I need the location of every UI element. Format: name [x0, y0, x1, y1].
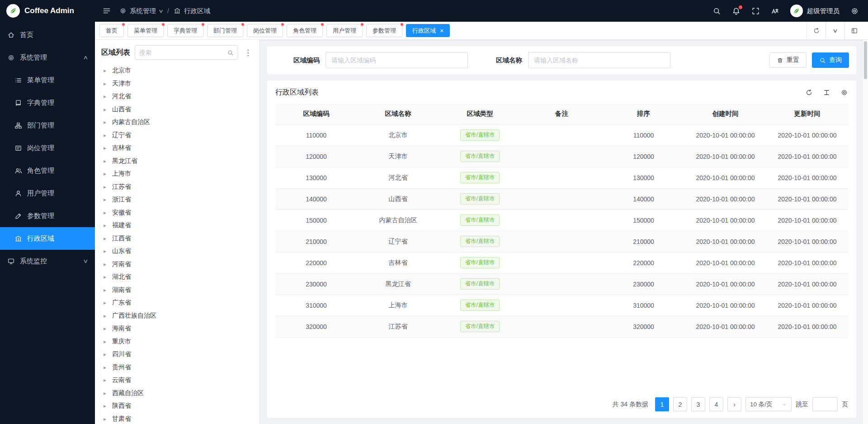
- tab[interactable]: 用户管理: [326, 24, 363, 37]
- refresh-tab-button[interactable]: [807, 22, 826, 39]
- expand-arrow-icon[interactable]: ▸: [104, 338, 108, 345]
- brand[interactable]: Coffee Admin: [0, 0, 95, 22]
- tree-item[interactable]: ▸ 西藏自治区: [101, 387, 253, 400]
- expand-arrow-icon[interactable]: ▸: [104, 300, 108, 306]
- jump-page-input[interactable]: [812, 397, 838, 411]
- sidebar-item[interactable]: 系统监控 ∨: [0, 250, 95, 272]
- tree-item[interactable]: ▸ 四川省: [101, 348, 253, 361]
- refresh-icon[interactable]: [805, 89, 813, 96]
- search-icon[interactable]: [227, 49, 234, 56]
- expand-arrow-icon[interactable]: ▸: [104, 274, 108, 280]
- layout-toggle-button[interactable]: [844, 22, 863, 39]
- sidebar-item[interactable]: 部门管理: [0, 114, 95, 137]
- scrollbar-thumb[interactable]: [864, 41, 867, 79]
- expand-arrow-icon[interactable]: ▸: [104, 67, 108, 74]
- tree-item[interactable]: ▸ 安徽省: [101, 206, 253, 219]
- sidebar-item[interactable]: 角色管理: [0, 159, 95, 182]
- expand-arrow-icon[interactable]: ▸: [104, 81, 108, 87]
- tab[interactable]: 角色管理: [287, 24, 323, 37]
- expand-arrow-icon[interactable]: ▸: [104, 416, 108, 422]
- tree-item[interactable]: ▸ 广西壮族自治区: [101, 310, 253, 323]
- next-page-button[interactable]: ›: [727, 397, 741, 411]
- tree-item[interactable]: ▸ 湖北省: [101, 271, 253, 284]
- expand-arrow-icon[interactable]: ▸: [104, 222, 108, 229]
- expand-arrow-icon[interactable]: ▸: [104, 313, 108, 319]
- tree-item[interactable]: ▸ 辽宁省: [101, 129, 253, 142]
- notifications-button[interactable]: [732, 7, 741, 15]
- tree-search-input[interactable]: [139, 49, 224, 56]
- region-code-input[interactable]: [326, 52, 468, 68]
- expand-arrow-icon[interactable]: ▸: [104, 93, 108, 100]
- search-icon[interactable]: [712, 7, 721, 15]
- expand-arrow-icon[interactable]: ▸: [104, 184, 108, 190]
- tab[interactable]: 参数管理: [366, 24, 402, 37]
- expand-arrow-icon[interactable]: ▸: [104, 390, 108, 396]
- expand-arrow-icon[interactable]: ▸: [104, 132, 108, 138]
- page-number-button[interactable]: 4: [709, 397, 723, 411]
- sidebar-item[interactable]: 系统管理 ∧: [0, 46, 95, 69]
- expand-arrow-icon[interactable]: ▸: [104, 196, 108, 203]
- tree-item[interactable]: ▸ 山西省: [101, 103, 253, 116]
- translate-icon[interactable]: [771, 7, 779, 15]
- tab[interactable]: 首页: [99, 24, 124, 37]
- breadcrumb-section[interactable]: 系统管理 ∨: [119, 7, 163, 15]
- breadcrumb-current[interactable]: 行政区域: [174, 7, 210, 15]
- tree-item[interactable]: ▸ 上海市: [101, 167, 253, 181]
- page-number-button[interactable]: 3: [691, 397, 705, 411]
- expand-arrow-icon[interactable]: ▸: [104, 261, 108, 267]
- vertical-scrollbar[interactable]: [863, 40, 868, 424]
- tree-item[interactable]: ▸ 福建省: [101, 219, 253, 232]
- tab[interactable]: 岗位管理: [247, 24, 283, 37]
- expand-arrow-icon[interactable]: ▸: [104, 235, 108, 242]
- tree-item[interactable]: ▸ 天津市: [101, 77, 253, 91]
- sidebar-item[interactable]: 首页: [0, 24, 95, 46]
- tree-item[interactable]: ▸ 吉林省: [101, 142, 253, 155]
- tree-item[interactable]: ▸ 浙江省: [101, 193, 253, 206]
- expand-arrow-icon[interactable]: ▸: [104, 106, 108, 113]
- page-size-select[interactable]: 10 条/页: [745, 397, 792, 411]
- tab[interactable]: 行政区域 ×: [406, 24, 450, 37]
- tab[interactable]: 字典管理: [167, 24, 203, 37]
- sidebar-item[interactable]: 行政区域: [0, 227, 95, 250]
- tree-item[interactable]: ▸ 甘肃省: [101, 413, 253, 424]
- tab[interactable]: 部门管理: [207, 24, 243, 37]
- sidebar-item[interactable]: 字典管理: [0, 91, 95, 114]
- tree-more-menu-icon[interactable]: ⋮: [243, 48, 253, 57]
- sidebar-item[interactable]: 参数管理: [0, 205, 95, 227]
- expand-arrow-icon[interactable]: ▸: [104, 248, 108, 254]
- tab-close-icon[interactable]: ×: [440, 28, 443, 34]
- fullscreen-icon[interactable]: [751, 7, 760, 15]
- tree-item[interactable]: ▸ 北京市: [101, 64, 253, 77]
- tree-item[interactable]: ▸ 河南省: [101, 258, 253, 271]
- expand-arrow-icon[interactable]: ▸: [104, 171, 108, 177]
- query-button[interactable]: 查询: [812, 52, 849, 68]
- reset-button[interactable]: 重置: [769, 52, 807, 68]
- expand-arrow-icon[interactable]: ▸: [104, 351, 108, 357]
- expand-arrow-icon[interactable]: ▸: [104, 325, 108, 332]
- expand-arrow-icon[interactable]: ▸: [104, 210, 108, 216]
- table-settings-gear-icon[interactable]: [840, 89, 848, 96]
- region-name-input[interactable]: [528, 52, 670, 68]
- sidebar-item[interactable]: 用户管理: [0, 182, 95, 205]
- sidebar-item[interactable]: 岗位管理: [0, 137, 95, 159]
- expand-arrow-icon[interactable]: ▸: [104, 287, 108, 293]
- tree-item[interactable]: ▸ 贵州省: [101, 361, 253, 374]
- tree-item[interactable]: ▸ 内蒙古自治区: [101, 116, 253, 129]
- tree-item[interactable]: ▸ 重庆市: [101, 335, 253, 348]
- tree-item[interactable]: ▸ 山东省: [101, 245, 253, 258]
- page-number-button[interactable]: 1: [655, 397, 669, 411]
- user-menu[interactable]: 超级管理员: [790, 5, 840, 17]
- tab-actions-dropdown[interactable]: ∨: [826, 22, 844, 39]
- expand-arrow-icon[interactable]: ▸: [104, 145, 108, 151]
- page-number-button[interactable]: 2: [673, 397, 687, 411]
- sidebar-item[interactable]: 菜单管理: [0, 69, 95, 91]
- expand-arrow-icon[interactable]: ▸: [104, 377, 108, 383]
- tree-item[interactable]: ▸ 河北省: [101, 90, 253, 103]
- tree-item[interactable]: ▸ 广东省: [101, 296, 253, 310]
- expand-arrow-icon[interactable]: ▸: [104, 119, 108, 125]
- column-width-icon[interactable]: [823, 89, 830, 96]
- expand-arrow-icon[interactable]: ▸: [104, 364, 108, 371]
- tree-item[interactable]: ▸ 云南省: [101, 374, 253, 387]
- settings-gear-icon[interactable]: [850, 7, 859, 15]
- tab[interactable]: 菜单管理: [127, 24, 164, 37]
